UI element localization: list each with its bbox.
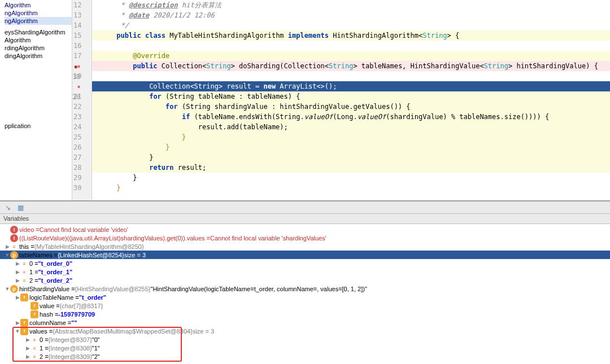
var-text: this = xyxy=(19,243,34,250)
top-pane: AlgorithmngAlgorithmngAlgorithmeysShardi… xyxy=(0,0,610,200)
var-row[interactable]: ▼ptableNames = {LinkedHashSet@8254} size… xyxy=(0,251,610,259)
expander-icon[interactable]: ▶ xyxy=(15,295,20,300)
tree-item[interactable]: eysShardingAlgorithm xyxy=(5,28,72,36)
var-row[interactable]: ▶≡0 = {Integer@8307} "0" xyxy=(0,335,610,344)
code-line[interactable]: for (String tableName : tableNames) { xyxy=(92,91,610,102)
var-row[interactable]: fhash = -1597979709 xyxy=(0,310,610,318)
frames-icon[interactable]: ▦ xyxy=(16,203,25,212)
tree-item[interactable]: rdingAlgorithm xyxy=(5,44,72,52)
var-text: {Integer@8307} xyxy=(49,336,92,343)
var-text: 0 = xyxy=(29,260,38,267)
var-row[interactable]: ▶≡1 = {Integer@8308} "1" xyxy=(0,344,610,352)
f-icon: f xyxy=(30,302,38,310)
code-line[interactable]: */ xyxy=(92,20,610,30)
var-row[interactable]: !((ListRouteValue)((java.util.ArrayList)… xyxy=(0,234,610,242)
code-area[interactable]: * @description hit分表算法 * @date 2020/11/2… xyxy=(92,0,610,200)
var-row[interactable]: ▼phintShardingValue = {HintShardingValue… xyxy=(0,284,610,293)
tree-item[interactable]: ngAlgorithm xyxy=(5,9,72,17)
var-text: 1 = xyxy=(29,269,38,275)
tree-item[interactable]: Algorithm xyxy=(5,1,72,9)
code-line[interactable]: for (String shardingValue : hintSharding… xyxy=(92,102,610,112)
expander-icon[interactable]: ▶ xyxy=(15,261,20,266)
debug-toolbar[interactable]: ↘ ▦ xyxy=(0,201,610,214)
line-number: 12 xyxy=(72,0,81,10)
project-tree[interactable]: AlgorithmngAlgorithmngAlgorithmeysShardi… xyxy=(0,0,72,200)
eq-icon: ≡ xyxy=(20,260,28,267)
var-text: video = xyxy=(19,226,40,233)
code-line[interactable]: @Override xyxy=(92,51,610,61)
eq-icon: ≡ xyxy=(20,277,28,284)
var-text: value = xyxy=(40,302,60,309)
f-icon: f xyxy=(20,293,28,301)
code-line[interactable]: return result; xyxy=(92,163,610,173)
var-row[interactable]: ▶≡2 = {Integer@8309} "2" xyxy=(0,352,610,361)
var-text: 0 = xyxy=(40,336,49,343)
expander-icon[interactable]: ▶ xyxy=(25,337,30,343)
expander-icon[interactable]: ▼ xyxy=(5,286,10,292)
variables-tree[interactable]: !video = Cannot find local variable 'vid… xyxy=(0,224,610,362)
var-text: {HintShardingValue@8255} xyxy=(75,286,151,292)
var-text: "1" xyxy=(92,345,100,352)
code-line[interactable] xyxy=(92,41,610,51)
expander-icon[interactable]: ▶ xyxy=(15,278,20,283)
variables-tab[interactable]: Variables xyxy=(0,214,610,224)
line-number: 13 xyxy=(72,10,81,20)
code-line[interactable]: * @description hit分表算法 xyxy=(92,0,610,10)
code-line[interactable]: } xyxy=(92,173,610,183)
line-number: 14 xyxy=(72,20,81,30)
code-line[interactable]: public Collection<String> doSharding(Col… xyxy=(92,61,610,71)
var-text: "HintShardingValue(logicTableName=t_orde… xyxy=(150,286,367,292)
tree-item[interactable]: pplication xyxy=(5,122,72,130)
code-line[interactable]: } xyxy=(92,183,610,193)
eq-icon: ≡ xyxy=(30,344,38,352)
line-number: ✖ 20 xyxy=(72,81,81,91)
code-line[interactable]: } xyxy=(92,132,610,142)
tree-item[interactable]: ngAlgorithm xyxy=(5,17,72,25)
var-text: size = 3 xyxy=(124,252,146,258)
p-icon: p xyxy=(10,285,18,293)
code-line[interactable]: } xyxy=(92,152,610,163)
tree-item[interactable]: dingAlgorithm xyxy=(5,52,72,60)
expander-icon[interactable]: ▼ xyxy=(15,328,20,334)
eq-icon: ≡ xyxy=(10,243,18,251)
var-row[interactable]: ▼fvalues = {AbstractMapBasedMultimap$Wra… xyxy=(0,327,610,335)
expander-icon[interactable]: ▼ xyxy=(5,252,10,258)
var-text: hash = xyxy=(40,311,58,318)
expander-icon[interactable]: ▶ xyxy=(15,269,20,275)
line-number: 27 xyxy=(72,152,81,163)
code-line[interactable]: public class MyTableHintShardingAlgorith… xyxy=(92,30,610,41)
tree-item[interactable]: Algorithm xyxy=(5,36,72,44)
var-row[interactable]: ▶≡2 = "t_order_2" xyxy=(0,276,610,284)
code-line[interactable]: } xyxy=(92,142,610,152)
var-text: {Integer@8308} xyxy=(49,345,92,352)
code-line[interactable]: if (tableName.endsWith(String.valueOf(Lo… xyxy=(92,112,610,122)
var-text: tableNames = xyxy=(19,252,58,258)
expander-icon[interactable]: ▶ xyxy=(25,354,30,359)
code-line[interactable] xyxy=(92,71,610,81)
code-line[interactable]: result.add(tableName); xyxy=(92,122,610,132)
step-icon[interactable]: ↘ xyxy=(3,203,12,212)
var-row[interactable]: ▶flogicTableName = "t_order" xyxy=(0,293,610,301)
var-text: "" xyxy=(71,319,77,326)
var-row[interactable]: ▶≡this = {MyTableHintShardingAlgorithm@8… xyxy=(0,242,610,251)
var-row[interactable]: ▶≡1 = "t_order_1" xyxy=(0,267,610,276)
var-row[interactable]: ▶≡0 = "t_order_0" xyxy=(0,259,610,267)
f-icon: f xyxy=(30,310,38,318)
line-number: 24 xyxy=(72,122,81,132)
line-number: 15 xyxy=(72,30,81,41)
expander-icon[interactable]: ▶ xyxy=(5,244,10,249)
code-line[interactable]: * @date 2020/11/2 12:06 xyxy=(92,10,610,20)
code-line[interactable]: Collection<String> result = new ArrayLis… xyxy=(92,81,610,91)
expander-icon[interactable]: ▶ xyxy=(15,320,20,326)
var-row[interactable]: fvalue = {char[7]@8317} xyxy=(0,301,610,310)
var-row[interactable]: !video = Cannot find local variable 'vid… xyxy=(0,225,610,234)
var-text: 2 = xyxy=(40,353,49,360)
var-text: Cannot find local variable 'video' xyxy=(40,226,128,233)
var-text: "2" xyxy=(92,353,100,360)
expander-icon[interactable]: ▶ xyxy=(25,345,30,351)
eq-icon: ≡ xyxy=(30,353,38,361)
line-number: 28 xyxy=(72,163,81,173)
line-number: 30 xyxy=(72,183,81,193)
code-editor[interactable]: 121314151617●✖ 1819✖ 2021222324252627282… xyxy=(72,0,610,200)
var-row[interactable]: ▶fcolumnName = "" xyxy=(0,318,610,327)
